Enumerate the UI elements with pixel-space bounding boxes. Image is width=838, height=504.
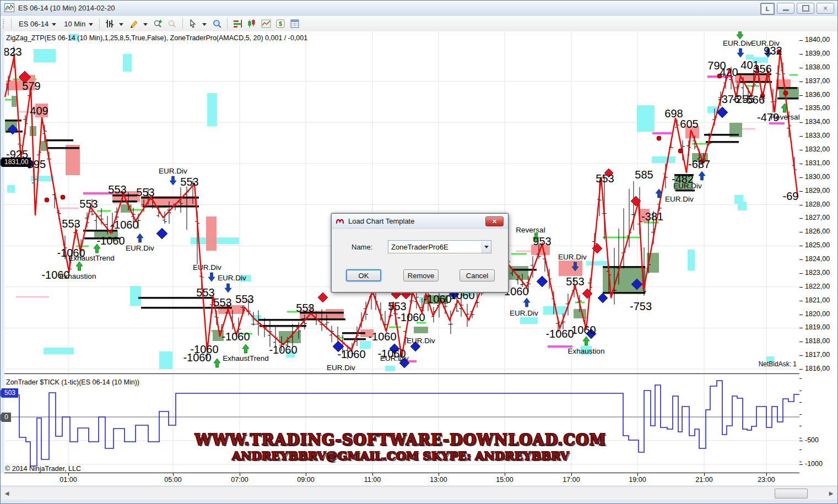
price-label: 1828,00 <box>805 200 830 208</box>
svg-text:553: 553 <box>566 275 584 288</box>
price-tick <box>799 315 803 315</box>
dialog-close-button[interactable]: ✕ <box>485 216 504 226</box>
toolbar: ES 06-14 10 Min $ <box>1 16 837 32</box>
template-name-value: ZoneTraderPro6E <box>388 243 482 251</box>
tick-zero-tag: 0 <box>2 413 11 422</box>
link-button[interactable]: L <box>760 3 775 15</box>
current-price-tag: 1831,00 <box>2 158 31 167</box>
net-bid-ask-label: NetBidAsk: 1 <box>733 360 797 368</box>
close-button[interactable]: ✕ <box>817 3 834 14</box>
drawing-pencil-icon[interactable] <box>128 18 139 29</box>
pointer-tool-icon[interactable] <box>187 18 198 29</box>
price-tick <box>799 82 803 82</box>
price-label: 1832,00 <box>805 145 830 153</box>
ok-button[interactable]: OK <box>346 269 381 281</box>
scrollbar-thumb[interactable] <box>775 489 808 498</box>
cancel-button[interactable]: Cancel <box>459 269 495 281</box>
svg-text:ExhaustTrend: ExhaustTrend <box>68 254 115 262</box>
svg-text:Exhaustion: Exhaustion <box>60 272 96 280</box>
price-tick <box>799 328 803 328</box>
bar-type-icon[interactable] <box>104 18 115 29</box>
time-label: 01:00 <box>60 476 77 484</box>
svg-text:EUR.Div: EUR.Div <box>558 253 587 261</box>
svg-text:553: 553 <box>196 286 214 299</box>
title-bar[interactable]: ES 06-14 (10 Min) 2014-02-20 L ✕ <box>1 1 837 17</box>
price-tick <box>799 150 803 150</box>
svg-text:-1060: -1060 <box>337 348 365 360</box>
svg-text:409: 409 <box>30 105 48 117</box>
time-label: 13:00 <box>430 476 447 484</box>
price-tick <box>799 40 803 41</box>
svg-text:EUR.Div: EUR.Div <box>407 337 435 345</box>
price-label: 1818,00 <box>805 337 830 345</box>
combo-dropdown-arrow-icon[interactable] <box>482 241 491 253</box>
dollar-icon[interactable]: $ <box>275 18 286 29</box>
interval-selector[interactable]: 10 Min <box>64 20 85 28</box>
svg-text:953: 953 <box>533 235 551 247</box>
scroll-right-arrow-icon[interactable]: ▶ <box>826 489 836 498</box>
svg-text:EUR.Div: EUR.Div <box>218 274 246 282</box>
zoom-out-icon[interactable] <box>167 18 178 29</box>
svg-text:553: 553 <box>136 186 154 198</box>
instrument-selector[interactable]: ES 06-14 <box>19 20 48 28</box>
scroll-left-arrow-icon[interactable]: ◀ <box>2 489 12 498</box>
price-tick <box>799 232 803 232</box>
window-chart-icon <box>4 3 14 12</box>
dialog-title-bar[interactable]: Load Chart Template ✕ <box>332 214 508 229</box>
tick-minor-tick <box>799 378 802 379</box>
svg-text:-1060: -1060 <box>96 235 125 247</box>
tick-minor-tick <box>799 449 802 450</box>
tick-value-label: -1000 <box>805 460 823 468</box>
minimize-button[interactable] <box>777 3 794 14</box>
tick-value-tick <box>799 464 803 465</box>
price-tick <box>799 355 803 356</box>
time-axis[interactable]: 01:0005:0007:0009:0011:0013:0015:0017:00… <box>1 473 799 485</box>
market-depth-icon[interactable] <box>232 18 243 29</box>
horizontal-scrollbar[interactable]: ◀ ▶ <box>1 486 837 500</box>
drawing-dropdown-arrow-icon[interactable] <box>143 23 148 26</box>
price-label: 1837,00 <box>805 77 830 85</box>
svg-text:EUR.Div: EUR.Div <box>723 39 752 47</box>
svg-text:-753: -753 <box>630 300 652 312</box>
window-title: ES 06-14 (10 Min) 2014-02-20 <box>18 4 115 12</box>
svg-text:553: 553 <box>296 302 314 314</box>
pointer-dropdown-arrow-icon[interactable] <box>202 23 207 26</box>
chart-bars-icon[interactable] <box>246 18 257 29</box>
price-axis[interactable]: 1840,001839,001838,001837,001836,001835,… <box>799 31 837 485</box>
price-tick <box>799 342 803 342</box>
tick-value-tick <box>799 441 803 441</box>
zoom-in-icon[interactable] <box>153 18 164 29</box>
price-tick <box>799 68 803 68</box>
interval-dropdown-arrow-icon[interactable] <box>89 23 93 26</box>
price-label: 1833,00 <box>805 132 830 139</box>
tick-minor-tick <box>799 426 802 426</box>
tick-minor-tick <box>799 462 802 462</box>
data-grid-icon[interactable] <box>289 18 300 29</box>
svg-text:$: $ <box>279 20 282 27</box>
svg-text:553: 553 <box>388 300 406 312</box>
svg-text:-566: -566 <box>743 94 765 106</box>
price-label: 1824,00 <box>805 255 830 263</box>
price-tick <box>799 164 803 164</box>
maximize-button[interactable] <box>797 3 814 14</box>
template-name-select[interactable]: ZoneTraderPro6E <box>388 240 491 253</box>
bar-type-dropdown-arrow-icon[interactable] <box>119 23 123 26</box>
price-label: 1829,00 <box>805 187 830 194</box>
chart-window: ES 06-14 (10 Min) 2014-02-20 L ✕ ES 06-1… <box>0 0 838 504</box>
tick-value-label: -500 <box>805 436 819 444</box>
svg-text:EUR.Div: EUR.Div <box>380 354 409 362</box>
svg-text:-1060: -1060 <box>567 324 596 336</box>
svg-text:553: 553 <box>62 218 80 230</box>
price-tick <box>799 109 803 109</box>
dialog-title: Load Chart Template <box>348 217 414 225</box>
instrument-dropdown-arrow-icon[interactable] <box>52 23 56 26</box>
tick-step-line <box>5 381 801 466</box>
line-chart-icon[interactable] <box>261 18 272 29</box>
price-label: 1826,00 <box>805 227 830 235</box>
price-tick <box>799 369 803 370</box>
toolbar-grip[interactable] <box>3 19 8 29</box>
svg-text:-1060: -1060 <box>368 330 396 343</box>
remove-button[interactable]: Remove <box>403 269 439 281</box>
magnifier-icon[interactable] <box>212 18 223 29</box>
time-label: 21:00 <box>695 476 712 484</box>
